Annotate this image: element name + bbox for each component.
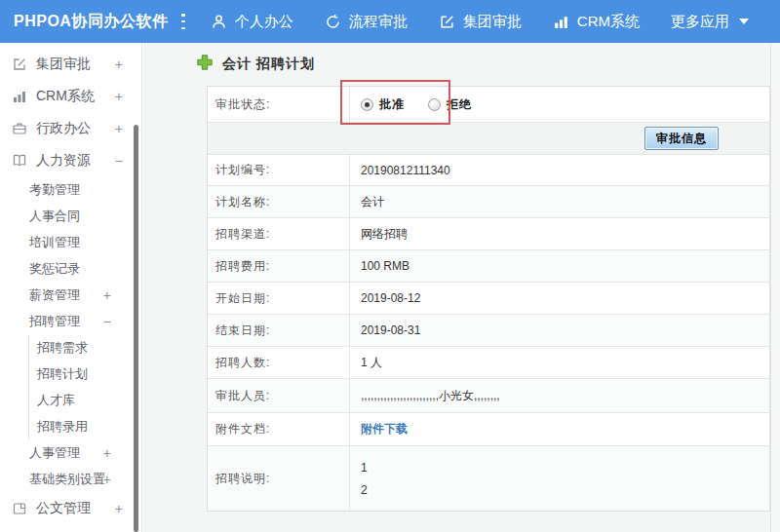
row-label: 审批状态:: [208, 87, 350, 122]
approval-status-radios: 批准 拒绝: [361, 96, 495, 113]
row-label: 审批人员:: [208, 379, 350, 412]
bar-chart-icon: [553, 14, 569, 30]
table-row-description: 招聘说明: 1 2: [208, 446, 769, 511]
topbar: PHPOA协同办公软件 个人办公 流程审批 集团审批: [0, 0, 780, 43]
table-row-recruit-channel: 招聘渠道: 网络招聘: [208, 218, 769, 250]
sidebar-item-label: 基础类别设置: [29, 471, 105, 488]
table-row-plan-number: 计划编号: 20190812111340: [208, 155, 769, 186]
sidebar-item-vehicle-mgmt[interactable]: 用车管理 +: [0, 524, 141, 532]
table-row-end-date: 结束日期: 2019-08-31: [208, 315, 769, 347]
radio-approve[interactable]: [361, 98, 373, 111]
hamburger-menu-icon[interactable]: [181, 14, 184, 29]
sidebar-item-talent-pool[interactable]: 人才库: [0, 387, 141, 413]
row-label: 结束日期:: [208, 315, 350, 346]
description-line: 1: [361, 461, 368, 475]
table-row-approvers: 审批人员: ,,,,,,,,,,,,,,,,,,,,,,,,小光女,,,,,,,…: [208, 379, 769, 413]
row-value: 2019-08-31: [350, 315, 769, 346]
row-label: 招聘渠道:: [208, 218, 350, 249]
expand-toggle[interactable]: +: [115, 502, 123, 515]
sidebar-item-recruit-demand[interactable]: 招聘需求: [0, 334, 141, 361]
nav-item-personal-office[interactable]: 个人办公: [211, 13, 293, 31]
row-label: 招聘说明:: [208, 446, 350, 511]
book-icon: [12, 153, 27, 169]
sidebar-item-label: 人事合同: [29, 208, 80, 225]
sidebar-item-label: 考勤管理: [29, 181, 80, 199]
sidebar-item-attendance[interactable]: 考勤管理: [0, 176, 141, 203]
sidebar-item-personnel-mgmt[interactable]: 人事管理 +: [0, 439, 141, 466]
expand-toggle[interactable]: −: [115, 154, 123, 168]
sidebar-item-label: 招聘管理: [29, 313, 80, 330]
sidebar-item-label: 培训管理: [29, 234, 80, 251]
nav-item-label: CRM系统: [577, 13, 640, 31]
sidebar-scrollbar[interactable]: [134, 125, 138, 532]
row-label: 附件文档:: [208, 413, 350, 445]
sidebar-item-label: 行政办公: [36, 120, 91, 137]
expand-toggle[interactable]: +: [103, 446, 111, 460]
sidebar-item-label: 公文管理: [36, 500, 91, 517]
caret-down-icon: [739, 19, 749, 24]
radio-reject-label: 拒绝: [447, 96, 472, 113]
expand-toggle[interactable]: −: [103, 315, 111, 328]
table-row-headcount: 招聘人数: 1 人: [208, 347, 769, 379]
row-value: 100 RMB: [350, 250, 769, 282]
sidebar-item-hr-contract[interactable]: 人事合同: [0, 203, 141, 229]
sidebar-item-doc-mgmt[interactable]: 公文管理 +: [0, 492, 141, 524]
document-icon: [12, 501, 27, 516]
sidebar-item-label: 集团审批: [36, 56, 91, 73]
edit-square-icon: [12, 57, 27, 72]
expand-toggle[interactable]: +: [103, 288, 111, 302]
recruit-plan-detail-table: 审批状态: 批准 拒绝 审批信息 计划编号: 20190812111340: [207, 86, 770, 512]
sidebar-item-label: 招聘需求: [37, 339, 88, 357]
expand-toggle[interactable]: +: [115, 57, 123, 71]
main-content: 会计 招聘计划 审批状态: 批准 拒绝 审批信息: [143, 43, 780, 532]
sidebar-item-label: 招聘计划: [37, 365, 88, 383]
sidebar-item-admin-office[interactable]: 行政办公 +: [0, 112, 141, 144]
sidebar-item-hr[interactable]: 人力资源 −: [0, 144, 141, 176]
sidebar-item-training[interactable]: 培训管理: [0, 229, 141, 255]
nav-item-label: 更多应用: [671, 13, 729, 31]
row-value: 20190812111340: [350, 155, 769, 185]
sidebar-item-recruit-hire[interactable]: 招聘录用: [0, 413, 141, 439]
sidebar-item-label: 招聘录用: [37, 418, 88, 436]
row-label: 招聘人数:: [208, 347, 350, 378]
sidebar-item-base-category[interactable]: 基础类别设置 +: [0, 466, 141, 492]
attachment-download-link[interactable]: 附件下载: [361, 421, 408, 437]
approval-info-button[interactable]: 审批信息: [644, 127, 719, 150]
page-title-text: 会计 招聘计划: [222, 56, 315, 73]
sidebar-item-group-approval[interactable]: 集团审批 +: [0, 48, 141, 80]
radio-reject[interactable]: [428, 98, 441, 111]
nav-item-more-apps[interactable]: 更多应用: [671, 13, 749, 31]
sidebar-item-recruit-mgmt[interactable]: 招聘管理 −: [0, 308, 141, 334]
row-label: 开始日期:: [208, 283, 350, 314]
briefcase-icon: [12, 121, 27, 136]
table-row-approval-button: 审批信息: [208, 123, 769, 155]
bar-chart-icon: [12, 89, 27, 104]
sidebar-item-recruit-plan[interactable]: 招聘计划: [0, 361, 141, 387]
expand-toggle[interactable]: +: [115, 90, 123, 103]
sidebar-item-salary[interactable]: 薪资管理 +: [0, 282, 141, 308]
page-title: 会计 招聘计划: [196, 54, 315, 75]
person-icon: [211, 14, 227, 30]
row-label: 招聘费用:: [208, 250, 350, 282]
sidebar: 集团审批 + CRM系统 + 行政办公 + 人力资源 − 考勤管理 人事合同 培…: [0, 43, 142, 532]
sidebar-item-label: 薪资管理: [29, 286, 80, 304]
table-row-plan-name: 计划名称: 会计: [208, 186, 769, 218]
sidebar-item-rewards[interactable]: 奖惩记录: [0, 255, 141, 282]
content-scrollbar-track[interactable]: [770, 43, 780, 532]
expand-toggle[interactable]: +: [115, 122, 123, 135]
row-value: 会计: [350, 186, 769, 217]
radio-approve-label: 批准: [379, 96, 405, 113]
process-icon: [325, 14, 341, 30]
nav-item-process-approval[interactable]: 流程审批: [325, 13, 408, 31]
sidebar-item-label: 人才库: [37, 392, 75, 409]
sidebar-item-crm[interactable]: CRM系统 +: [0, 80, 141, 112]
row-value: ,,,,,,,,,,,,,,,,,,,,,,,,小光女,,,,,,,,: [350, 379, 769, 412]
nav-item-group-approval[interactable]: 集团审批: [439, 13, 522, 31]
nav-item-crm[interactable]: CRM系统: [553, 13, 640, 31]
description-line: 2: [361, 483, 368, 497]
row-label: 计划名称:: [208, 186, 350, 217]
expand-toggle[interactable]: +: [103, 473, 111, 486]
edit-square-icon: [439, 14, 455, 30]
nav-item-label: 流程审批: [349, 13, 408, 31]
table-row-attachment: 附件文档: 附件下载: [208, 413, 769, 446]
